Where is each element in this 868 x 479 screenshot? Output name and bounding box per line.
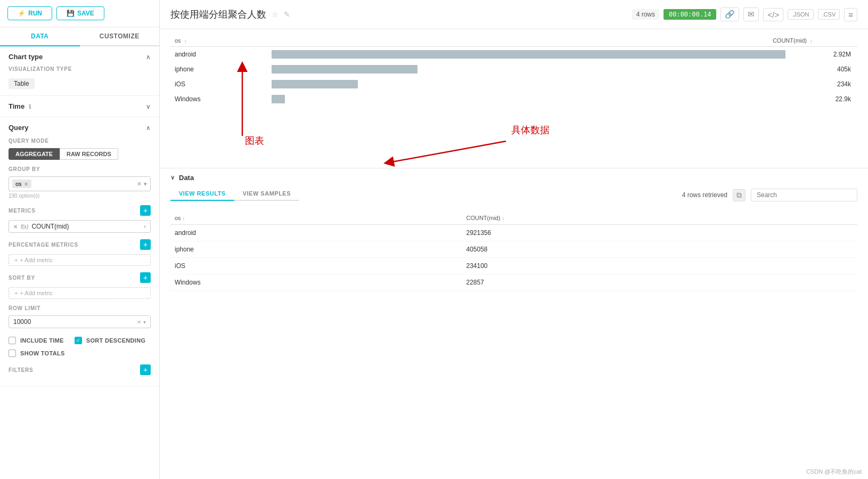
metrics-add-btn[interactable]: + (140, 205, 151, 216)
metric-close-icon[interactable]: ✕ (13, 224, 18, 230)
tab-view-results[interactable]: VIEW RESULTS (170, 187, 234, 201)
sort-desc-label: SORT DESCENDING (86, 337, 145, 344)
left-panel: ⚡ RUN 💾 SAVE DATA CUSTOMIZE Chart type ∧… (0, 0, 160, 479)
sort-by-header: SORT BY + (9, 272, 151, 283)
chart-col1-header: os ↕ (170, 35, 267, 47)
csv-btn[interactable]: .CSV (818, 9, 840, 20)
group-by-tag: os ✕ (12, 180, 31, 188)
chart-val-0: 2.92M (817, 47, 857, 62)
data-tabs: VIEW RESULTS VIEW SAMPLES (170, 187, 299, 201)
add-sort-btn[interactable]: + + Add metric (9, 287, 151, 299)
chart-bar-0 (267, 47, 817, 62)
data-row-os-2: iOS (170, 258, 462, 274)
code-icon[interactable]: </> (763, 8, 783, 21)
svg-text:具体数据: 具体数据 (511, 125, 550, 135)
include-time-checkbox[interactable] (9, 337, 16, 344)
tab-view-samples[interactable]: VIEW SAMPLES (234, 187, 299, 201)
data-col2-sort-icon[interactable]: ↕ (502, 216, 505, 221)
mail-icon[interactable]: ✉ (743, 7, 759, 21)
data-row-count-3: 22857 (462, 274, 857, 291)
viz-type-badge[interactable]: Table (9, 78, 35, 89)
filters-label: FILTERS (9, 367, 34, 373)
page-header: 按使用端分组聚合人数 ☆ ✎ 4 rows 00:00:00.14 🔗 ✉ </… (160, 0, 868, 29)
right-panel: 按使用端分组聚合人数 ☆ ✎ 4 rows 00:00:00.14 🔗 ✉ </… (160, 0, 868, 479)
query-header[interactable]: Query ∧ (9, 124, 151, 132)
add-pct-metric-btn[interactable]: + + Add metric (9, 254, 151, 266)
data-tabs-toolbar: VIEW RESULTS VIEW SAMPLES 4 rows retriev… (170, 187, 857, 207)
chart-type-section: Chart type ∧ VISUALIZATION TYPE Table (0, 46, 159, 96)
chart-col2-sort-icon[interactable]: ↕ (810, 38, 813, 44)
time-section: Time ℹ ∨ (0, 96, 159, 117)
chart-os-1: iphone (170, 62, 267, 77)
data-table-row: iOS 234100 (170, 258, 857, 274)
chart-bar-3 (267, 92, 817, 107)
time-title: Time ℹ (9, 102, 31, 110)
header-actions: 4 rows 00:00:00.14 🔗 ✉ </> .JSON .CSV ≡ (632, 7, 857, 21)
tab-data[interactable]: DATA (0, 27, 80, 46)
data-row-count-1: 405058 (462, 241, 857, 258)
star-icon[interactable]: ☆ (272, 10, 279, 19)
data-row-count-2: 234100 (462, 258, 857, 274)
more-menu-icon[interactable]: ≡ (844, 8, 857, 21)
query-mode-label: QUERY MODE (9, 138, 151, 144)
data-section: ∨ Data VIEW RESULTS VIEW SAMPLES 4 rows … (160, 168, 868, 479)
save-button[interactable]: 💾 SAVE (56, 6, 104, 20)
filters-add-btn[interactable]: + (140, 364, 151, 375)
edit-icon[interactable]: ✎ (284, 10, 290, 19)
filters-header: FILTERS + (9, 364, 151, 375)
group-by-dropdown-icon[interactable]: ▾ (144, 181, 147, 188)
data-toolbar: 4 rows retrieved ⧉ (682, 189, 857, 201)
chart-row-0: android 2.92M (170, 47, 857, 62)
data-section-title: Data (179, 174, 194, 182)
rows-retrieved: 4 rows retrieved (682, 191, 727, 199)
row-limit-label: ROW LIMIT (9, 305, 151, 311)
include-time-label: INCLUDE TIME (20, 337, 64, 344)
aggregate-btn[interactable]: AGGREGATE (9, 148, 60, 160)
chart-type-chevron: ∧ (146, 53, 151, 61)
chart-area: os ↕ COUNT(mid) ↕ android 2.92M (160, 29, 868, 168)
row-limit-value: 10000 (13, 318, 137, 326)
metric-expand-icon[interactable]: › (144, 223, 146, 230)
data-col1-sort-icon[interactable]: ↕ (183, 216, 185, 221)
show-totals-checkbox[interactable] (9, 350, 16, 357)
chart-os-3: Windows (170, 92, 267, 107)
group-by-input[interactable]: os ✕ ✕ ▾ (9, 176, 151, 191)
time-chevron: ∨ (146, 103, 151, 110)
save-icon: 💾 (67, 10, 75, 17)
link-icon[interactable]: 🔗 (720, 7, 739, 21)
group-by-tag-close[interactable]: ✕ (24, 181, 28, 187)
chart-row-1: iphone 405k (170, 62, 857, 77)
data-section-header[interactable]: ∨ Data (170, 168, 857, 187)
sort-desc-row: SORT DESCENDING (75, 337, 145, 344)
group-by-clear-icon[interactable]: ✕ (137, 181, 142, 188)
show-totals-label: SHOW TOTALS (20, 350, 65, 356)
show-totals-row: SHOW TOTALS (9, 350, 151, 357)
include-time-row: INCLUDE TIME (9, 337, 64, 344)
svg-line-2 (389, 141, 506, 163)
time-header[interactable]: Time ℹ ∨ (9, 102, 151, 110)
data-table-row: iphone 405058 (170, 241, 857, 258)
chart-val-1: 405k (817, 62, 857, 77)
row-limit-dropdown-icon[interactable]: ▾ (143, 319, 146, 325)
row-limit-select[interactable]: 10000 ✕ ▾ (9, 315, 151, 328)
json-btn[interactable]: .JSON (788, 9, 813, 20)
raw-records-btn[interactable]: RAW RECORDS (60, 148, 118, 160)
chart-bar-2 (267, 77, 817, 92)
sort-desc-checkbox[interactable] (75, 337, 82, 344)
data-section-chevron: ∨ (170, 174, 175, 181)
chart-col1-sort-icon[interactable]: ↕ (184, 38, 187, 44)
pct-metrics-add-btn[interactable]: + (140, 239, 151, 250)
timer-badge: 00:00:00.14 (664, 9, 716, 20)
svg-text:图表: 图表 (245, 135, 264, 146)
copy-button[interactable]: ⧉ (733, 189, 746, 201)
tab-customize[interactable]: CUSTOMIZE (80, 27, 160, 45)
row-limit-clear-icon[interactable]: ✕ (137, 319, 141, 325)
sort-by-add-btn[interactable]: + (140, 272, 151, 283)
search-input[interactable] (751, 189, 857, 201)
chart-type-header[interactable]: Chart type ∧ (9, 53, 151, 61)
chart-val-header (817, 35, 857, 47)
chart-table: os ↕ COUNT(mid) ↕ android 2.92M (170, 35, 857, 107)
chart-col2-header: COUNT(mid) ↕ (267, 35, 817, 47)
chart-bar-1 (267, 62, 817, 77)
run-button[interactable]: ⚡ RUN (7, 6, 52, 20)
